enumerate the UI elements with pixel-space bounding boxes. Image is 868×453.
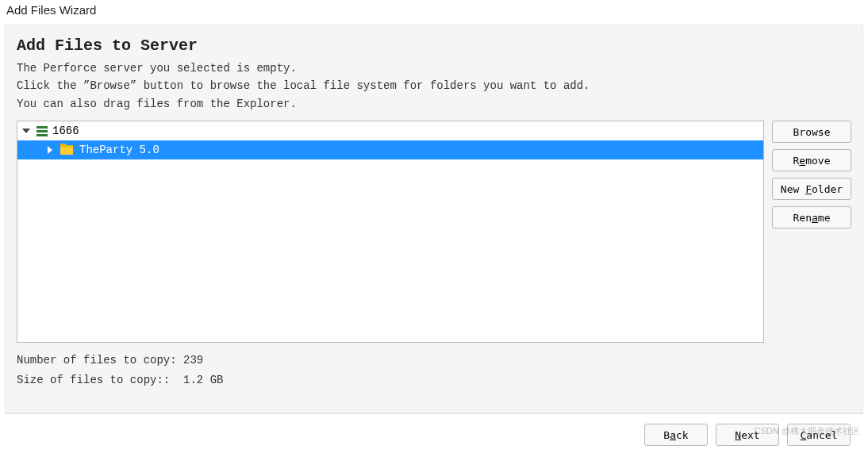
cancel-button[interactable]: Cancel	[787, 424, 851, 446]
stats-size-value: 1.2 GB	[183, 370, 223, 390]
footer-bar: Back Next Cancel	[5, 413, 863, 446]
tree-child-node[interactable]: TheParty 5.0	[17, 140, 763, 159]
wizard-heading: Add Files to Server	[17, 36, 851, 55]
stats-files-value: 239	[183, 351, 203, 370]
stats-size-row: Size of files to copy:: 1.2 GB	[17, 370, 851, 390]
wizard-description: The Perforce server you selected is empt…	[17, 60, 851, 113]
browse-button[interactable]: Browse	[772, 121, 851, 143]
tree-root-node[interactable]: 1666	[17, 121, 763, 140]
chevron-down-icon[interactable]	[22, 129, 30, 133]
window-title: Add Files Wizard	[0, 0, 868, 20]
chevron-right-icon[interactable]	[48, 146, 52, 154]
stats-size-label: Size of files to copy::	[17, 370, 183, 390]
stats-files-label: Number of files to copy:	[17, 351, 183, 370]
new-folder-button[interactable]: New Folder	[772, 178, 851, 200]
server-icon	[36, 126, 48, 136]
tree-root-label: 1666	[52, 125, 79, 137]
next-button[interactable]: Next	[716, 424, 779, 446]
folder-icon	[60, 145, 73, 155]
back-button[interactable]: Back	[644, 424, 708, 446]
remove-button[interactable]: Remove	[772, 149, 851, 171]
stats-files-row: Number of files to copy: 239	[17, 351, 851, 370]
rename-button[interactable]: Rename	[772, 206, 851, 228]
stats-block: Number of files to copy: 239 Size of fil…	[17, 351, 851, 390]
side-button-column: Browse Remove New Folder Rename	[772, 121, 851, 228]
file-tree[interactable]: 1666 TheParty 5.0	[17, 121, 764, 343]
wizard-body: Add Files to Server The Perforce server …	[5, 25, 863, 413]
tree-child-label: TheParty 5.0	[79, 144, 159, 156]
